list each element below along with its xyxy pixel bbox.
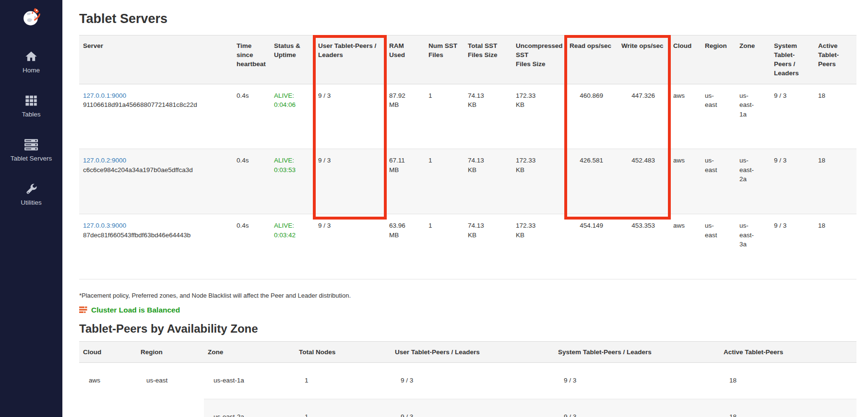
page-title: Tablet Servers <box>79 12 858 26</box>
placement-footnote: *Placement policy, Preferred zones, and … <box>79 292 858 299</box>
system-peers-cell: 9 / 3 <box>770 214 814 279</box>
sidebar-item-label: Utilities <box>21 199 42 206</box>
cloud-cell: aws <box>79 362 137 417</box>
sidebar-item-label: Tables <box>22 111 40 118</box>
num-sst-cell: 1 <box>425 214 464 279</box>
user-peers-cell: 9 / 3 <box>314 84 385 149</box>
total-sst-cell: 74.13 KB <box>464 214 512 279</box>
column-header: RAM Used <box>385 35 425 84</box>
cloud-cell: aws <box>669 84 701 149</box>
ram-cell: 63.96 MB <box>385 214 425 279</box>
read-ops-cell: 426.581 <box>566 149 618 214</box>
column-header: Total Nodes <box>295 341 391 362</box>
uptime-text: 0:03:42 <box>274 231 310 240</box>
active-peers-cell: 18 <box>814 84 856 149</box>
write-ops-cell: 452.483 <box>618 149 669 214</box>
zone-cell: us- east- 3a <box>736 214 770 279</box>
sidebar-item-utilities[interactable]: Utilities <box>21 182 42 206</box>
table-header-row: CloudRegionZoneTotal NodesUser Tablet-Pe… <box>79 341 856 362</box>
status-cell: ALIVE:0:04:06 <box>270 84 314 149</box>
active-peers-cell: 18 <box>720 362 856 399</box>
sidebar-item-tables[interactable]: Tables <box>22 94 40 118</box>
server-cell: 127.0.0.1:900091106618d91a45668807721481… <box>79 84 233 149</box>
table-row: 127.0.0.1:900091106618d91a45668807721481… <box>79 84 856 149</box>
column-header: Write ops/sec <box>618 35 669 84</box>
server-uuid: 91106618d91a45668807721481c8c22d <box>83 100 229 110</box>
column-header: Uncompressed SST Files Size <box>512 35 566 84</box>
column-header: Total SST Files Size <box>464 35 512 84</box>
status-cell: ALIVE:0:03:42 <box>270 214 314 279</box>
tablet-servers-table-wrap: ServerTime since heartbeatStatus & Uptim… <box>79 35 856 279</box>
ram-cell: 87.92 MB <box>385 84 425 149</box>
ram-cell: 67.11 MB <box>385 149 425 214</box>
zone-cell: us- east- 1a <box>736 84 770 149</box>
server-link[interactable]: 127.0.0.2:9000 <box>83 157 126 164</box>
active-peers-cell: 18 <box>814 214 856 279</box>
status-text: ALIVE: <box>274 156 310 165</box>
region-cell: us- east <box>701 149 736 214</box>
column-header: User Tablet-Peers / Leaders <box>391 341 554 362</box>
column-header: System Tablet-Peers / Leaders <box>554 341 720 362</box>
status-text: ALIVE: <box>274 221 310 231</box>
user-peers-cell: 9 / 3 <box>391 399 554 417</box>
cluster-load-label: Cluster Load is Balanced <box>91 306 180 314</box>
server-uuid: 87dec81f660543ffbdf63bd46e64443b <box>83 231 229 240</box>
column-header: User Tablet-Peers / Leaders <box>314 35 385 84</box>
column-header: Zone <box>204 341 295 362</box>
main-content: Tablet Servers ServerTime since heartbea… <box>62 0 868 417</box>
active-peers-cell: 18 <box>720 399 856 417</box>
column-header: Zone <box>736 35 770 84</box>
yugabyte-logo[interactable] <box>19 6 43 32</box>
column-header: System Tablet-Peers / Leaders <box>770 35 814 84</box>
region-cell: us- east <box>701 84 736 149</box>
num-sst-cell: 1 <box>425 84 464 149</box>
yugabyte-logo-icon <box>19 6 43 30</box>
uncompressed-sst-cell: 172.33 KB <box>512 149 566 214</box>
heartbeat-cell: 0.4s <box>233 84 270 149</box>
server-cell: 127.0.0.3:900087dec81f660543ffbdf63bd46e… <box>79 214 233 279</box>
cloud-cell: aws <box>669 149 701 214</box>
user-peers-cell: 9 / 3 <box>391 362 554 399</box>
table-header-row: ServerTime since heartbeatStatus & Uptim… <box>79 35 856 84</box>
column-header: Server <box>79 35 233 84</box>
column-header: Region <box>137 341 204 362</box>
region-cell: us- east <box>701 214 736 279</box>
az-table-wrap: CloudRegionZoneTotal NodesUser Tablet-Pe… <box>79 341 856 417</box>
table-row: 127.0.0.2:9000c6c6ce984c204a34a197b0ae5d… <box>79 149 856 214</box>
system-peers-cell: 9 / 3 <box>554 399 720 417</box>
column-header: Status & Uptime <box>270 35 314 84</box>
sidebar-item-label: Tablet Servers <box>11 155 52 162</box>
column-header: Num SST Files <box>425 35 464 84</box>
status-text: ALIVE: <box>274 91 310 101</box>
region-cell: us-east <box>137 362 204 417</box>
column-header: Read ops/sec <box>566 35 618 84</box>
zone-cell: us- east- 2a <box>736 149 770 214</box>
sidebar-item-label: Home <box>23 67 40 74</box>
column-header: Cloud <box>79 341 137 362</box>
cloud-cell: aws <box>669 214 701 279</box>
write-ops-cell: 453.353 <box>618 214 669 279</box>
uncompressed-sst-cell: 172.33 KB <box>512 214 566 279</box>
sidebar-item-home[interactable]: Home <box>23 50 40 74</box>
uncompressed-sst-cell: 172.33 KB <box>512 84 566 149</box>
total-sst-cell: 74.13 KB <box>464 149 512 214</box>
user-peers-cell: 9 / 3 <box>314 149 385 214</box>
system-peers-cell: 9 / 3 <box>770 84 814 149</box>
total-nodes-cell: 1 <box>295 362 391 399</box>
tablet-servers-table: ServerTime since heartbeatStatus & Uptim… <box>79 35 856 279</box>
table-row: awsus-eastus-east-1a19 / 39 / 318 <box>79 362 856 399</box>
server-link[interactable]: 127.0.0.3:9000 <box>83 222 126 229</box>
column-header: Region <box>701 35 736 84</box>
server-link[interactable]: 127.0.0.1:9000 <box>83 92 126 99</box>
column-header: Active Tablet-Peers <box>720 341 856 362</box>
column-header: Active Tablet-Peers <box>814 35 856 84</box>
user-peers-cell: 9 / 3 <box>314 214 385 279</box>
az-section-title: Tablet-Peers by Availability Zone <box>79 322 858 336</box>
sidebar: Home Tables Tablet Servers Ut <box>0 0 62 417</box>
heartbeat-cell: 0.4s <box>233 149 270 214</box>
tablet-servers-icon <box>24 138 39 151</box>
sidebar-item-tablet-servers[interactable]: Tablet Servers <box>11 138 52 162</box>
column-header: Time since heartbeat <box>233 35 270 84</box>
system-peers-cell: 9 / 3 <box>770 149 814 214</box>
total-sst-cell: 74.13 KB <box>464 84 512 149</box>
